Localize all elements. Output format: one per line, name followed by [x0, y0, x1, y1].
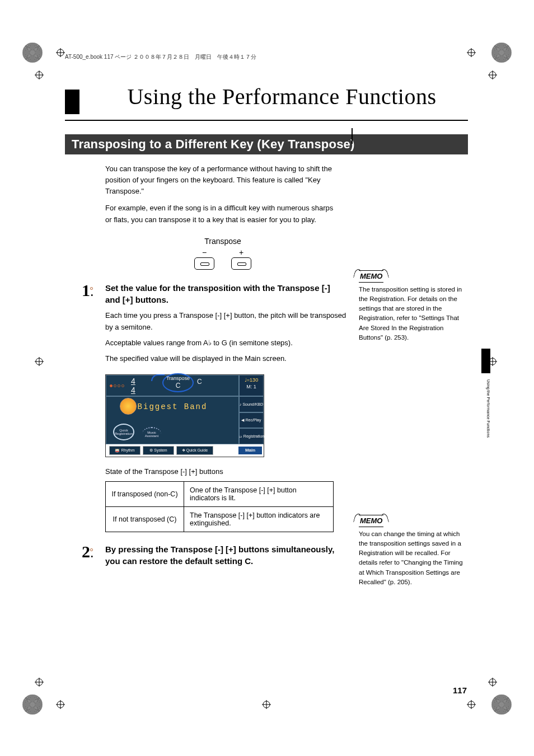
book-icon: ❖: [182, 448, 185, 453]
transpose-state-table: If transposed (non-C) One of the Transpo…: [105, 481, 334, 532]
step-paragraph: Each time you press a Transpose [-] [+] …: [105, 310, 347, 332]
thumb-index-tab: [481, 349, 490, 373]
step-paragraph: Acceptable values range from A♭ to G (in…: [105, 337, 347, 349]
memo-text: You can change the timing at which the t…: [359, 529, 465, 588]
screen-tab-sound: ♪Sound/KBD: [239, 396, 264, 412]
drum-icon: 🥁: [115, 448, 120, 453]
running-header: AT-500_e.book 117 ページ ２００８年７月２８日 月曜日 午後４…: [65, 53, 490, 61]
intro-paragraph: For example, even if the song is in a di…: [105, 203, 340, 225]
divider: [65, 120, 468, 121]
step-paragraph: The specified value will be displayed in…: [105, 353, 347, 364]
main-screen-figure: 44 Transpose C C ♩=130 M: 1 Biggest Band…: [105, 374, 264, 457]
thumb-index-label: Using the Performance Functions: [481, 379, 490, 438]
divider-vertical: [352, 128, 353, 144]
quick-registration-icon: QuickRegistration: [113, 424, 134, 440]
section-heading: Transposing to a Different Key (Key Tran…: [65, 134, 468, 154]
page-number: 117: [453, 685, 467, 695]
screen-softkey-quickguide: ❖Quick Guide: [176, 446, 213, 455]
transpose-figure-label: Transpose: [186, 236, 259, 248]
chapter-title: Using the Performance Functions: [73, 83, 490, 110]
transpose-buttons-figure: Transpose − +: [186, 236, 259, 270]
registration-disc: [22, 694, 43, 715]
rec-icon: ◀: [241, 418, 244, 422]
style-category-icon: [120, 398, 137, 415]
step-heading: Set the value for the transposition with…: [105, 282, 347, 306]
table-cell: If transposed (non-C): [106, 481, 184, 506]
registration-disc: [22, 43, 43, 63]
screen-tab-registration: ▭Registration: [239, 428, 264, 444]
table-cell: If not transposed (C): [106, 506, 184, 532]
memo-label-icon: MEMO: [359, 515, 383, 527]
plus-sign: +: [230, 248, 252, 256]
memo-label-icon: MEMO: [359, 270, 383, 283]
table-row: If transposed (non-C) One of the Transpo…: [106, 481, 334, 506]
memo-sidebar: MEMO You can change the timing at which …: [359, 515, 465, 587]
registration-disc: [491, 694, 512, 715]
key-label: C: [197, 378, 202, 386]
registration-disc: [491, 43, 512, 63]
music-assistant-icon: MusicAssistant: [142, 427, 161, 440]
memo-text: The transposition setting is stored in t…: [359, 285, 465, 343]
transpose-minus-button: [194, 257, 214, 270]
step-number: 1.: [78, 282, 94, 369]
table-caption: State of the Transpose [-] [+] buttons: [105, 467, 490, 476]
time-signature: 44: [131, 377, 135, 395]
minus-sign: −: [193, 248, 216, 256]
screen-softkey-system: ⚙System: [143, 446, 174, 455]
beat-dots-icon: [110, 383, 125, 388]
transpose-plus-button: [231, 257, 251, 270]
table-cell: The Transpose [-] [+] button indicators …: [184, 506, 334, 532]
tempo-readout: ♩=130 M: 1: [239, 375, 264, 396]
note-icon: ♪: [240, 402, 242, 406]
wrench-icon: ⚙: [149, 448, 153, 453]
screen-softkey-rhythm: 🥁Rhythm: [109, 446, 140, 455]
step-number: 2.: [78, 543, 94, 571]
table-cell: One of the Transpose [-] [+] button indi…: [184, 481, 334, 506]
step-heading: By pressing the Transpose [-] [+] button…: [105, 543, 347, 567]
intro-paragraph: You can transpose the key of a performan…: [105, 163, 340, 197]
memo-sidebar: MEMO The transposition setting is stored…: [359, 270, 465, 342]
transpose-callout: Transpose C: [162, 373, 194, 392]
screen-tab-rec: ◀Rec/Play: [239, 412, 264, 429]
section-heading-text: Transposing to a Different Key (Key Tran…: [72, 137, 355, 152]
table-row: If not transposed (C) The Transpose [-] …: [106, 506, 334, 532]
chapter-tab-icon: [65, 90, 79, 114]
screen-softkey-main: Main: [238, 446, 263, 455]
